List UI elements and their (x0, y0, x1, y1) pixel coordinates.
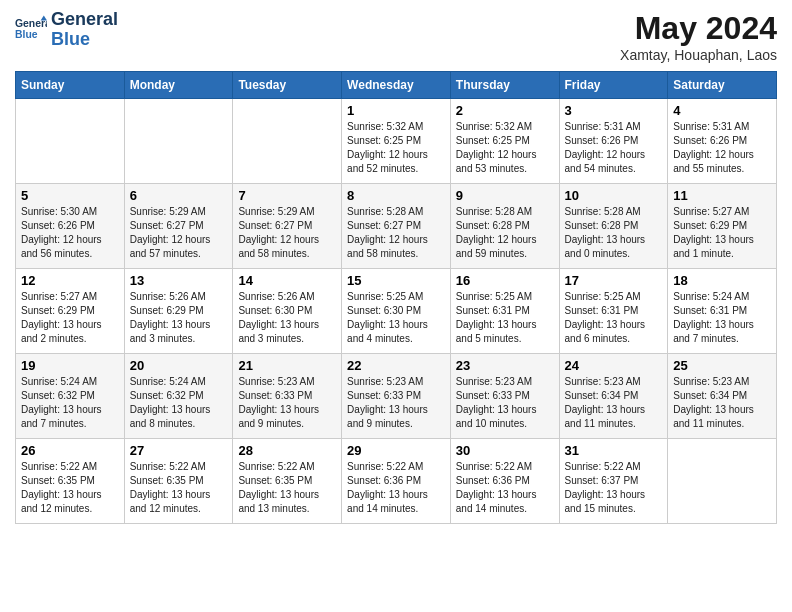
weekday-header-thursday: Thursday (450, 72, 559, 99)
day-info: Sunrise: 5:22 AM Sunset: 6:35 PM Dayligh… (238, 460, 336, 516)
calendar-cell: 16Sunrise: 5:25 AM Sunset: 6:31 PM Dayli… (450, 269, 559, 354)
day-number: 12 (21, 273, 119, 288)
calendar-week-3: 12Sunrise: 5:27 AM Sunset: 6:29 PM Dayli… (16, 269, 777, 354)
day-info: Sunrise: 5:23 AM Sunset: 6:33 PM Dayligh… (347, 375, 445, 431)
day-info: Sunrise: 5:23 AM Sunset: 6:34 PM Dayligh… (673, 375, 771, 431)
calendar-cell: 13Sunrise: 5:26 AM Sunset: 6:29 PM Dayli… (124, 269, 233, 354)
calendar-cell: 8Sunrise: 5:28 AM Sunset: 6:27 PM Daylig… (342, 184, 451, 269)
day-number: 16 (456, 273, 554, 288)
logo-line2: Blue (51, 30, 118, 50)
calendar-cell: 20Sunrise: 5:24 AM Sunset: 6:32 PM Dayli… (124, 354, 233, 439)
calendar-cell: 18Sunrise: 5:24 AM Sunset: 6:31 PM Dayli… (668, 269, 777, 354)
calendar-cell: 25Sunrise: 5:23 AM Sunset: 6:34 PM Dayli… (668, 354, 777, 439)
day-number: 31 (565, 443, 663, 458)
month-year-title: May 2024 (620, 10, 777, 47)
calendar-cell: 29Sunrise: 5:22 AM Sunset: 6:36 PM Dayli… (342, 439, 451, 524)
day-number: 13 (130, 273, 228, 288)
day-number: 18 (673, 273, 771, 288)
day-number: 29 (347, 443, 445, 458)
day-info: Sunrise: 5:22 AM Sunset: 6:35 PM Dayligh… (130, 460, 228, 516)
location-subtitle: Xamtay, Houaphan, Laos (620, 47, 777, 63)
calendar-cell: 1Sunrise: 5:32 AM Sunset: 6:25 PM Daylig… (342, 99, 451, 184)
weekday-header-saturday: Saturday (668, 72, 777, 99)
calendar-cell (668, 439, 777, 524)
calendar-cell: 4Sunrise: 5:31 AM Sunset: 6:26 PM Daylig… (668, 99, 777, 184)
day-number: 6 (130, 188, 228, 203)
day-number: 25 (673, 358, 771, 373)
calendar-cell: 22Sunrise: 5:23 AM Sunset: 6:33 PM Dayli… (342, 354, 451, 439)
day-number: 3 (565, 103, 663, 118)
weekday-header-tuesday: Tuesday (233, 72, 342, 99)
day-number: 5 (21, 188, 119, 203)
calendar-cell: 7Sunrise: 5:29 AM Sunset: 6:27 PM Daylig… (233, 184, 342, 269)
day-info: Sunrise: 5:31 AM Sunset: 6:26 PM Dayligh… (565, 120, 663, 176)
day-info: Sunrise: 5:28 AM Sunset: 6:28 PM Dayligh… (456, 205, 554, 261)
day-number: 1 (347, 103, 445, 118)
day-number: 14 (238, 273, 336, 288)
day-number: 7 (238, 188, 336, 203)
day-info: Sunrise: 5:27 AM Sunset: 6:29 PM Dayligh… (21, 290, 119, 346)
calendar-cell: 30Sunrise: 5:22 AM Sunset: 6:36 PM Dayli… (450, 439, 559, 524)
calendar-cell: 2Sunrise: 5:32 AM Sunset: 6:25 PM Daylig… (450, 99, 559, 184)
day-info: Sunrise: 5:28 AM Sunset: 6:27 PM Dayligh… (347, 205, 445, 261)
day-number: 21 (238, 358, 336, 373)
logo: General Blue General Blue (15, 10, 118, 50)
day-info: Sunrise: 5:23 AM Sunset: 6:33 PM Dayligh… (456, 375, 554, 431)
weekday-header-sunday: Sunday (16, 72, 125, 99)
day-number: 8 (347, 188, 445, 203)
day-info: Sunrise: 5:27 AM Sunset: 6:29 PM Dayligh… (673, 205, 771, 261)
day-number: 4 (673, 103, 771, 118)
day-number: 17 (565, 273, 663, 288)
calendar-cell: 28Sunrise: 5:22 AM Sunset: 6:35 PM Dayli… (233, 439, 342, 524)
calendar-cell: 21Sunrise: 5:23 AM Sunset: 6:33 PM Dayli… (233, 354, 342, 439)
day-info: Sunrise: 5:24 AM Sunset: 6:32 PM Dayligh… (21, 375, 119, 431)
day-info: Sunrise: 5:32 AM Sunset: 6:25 PM Dayligh… (347, 120, 445, 176)
day-info: Sunrise: 5:22 AM Sunset: 6:36 PM Dayligh… (456, 460, 554, 516)
calendar-week-4: 19Sunrise: 5:24 AM Sunset: 6:32 PM Dayli… (16, 354, 777, 439)
weekday-header-monday: Monday (124, 72, 233, 99)
day-info: Sunrise: 5:32 AM Sunset: 6:25 PM Dayligh… (456, 120, 554, 176)
weekday-header-friday: Friday (559, 72, 668, 99)
page-header: General Blue General Blue May 2024 Xamta… (15, 10, 777, 63)
calendar-cell: 6Sunrise: 5:29 AM Sunset: 6:27 PM Daylig… (124, 184, 233, 269)
calendar-cell: 17Sunrise: 5:25 AM Sunset: 6:31 PM Dayli… (559, 269, 668, 354)
calendar-cell: 14Sunrise: 5:26 AM Sunset: 6:30 PM Dayli… (233, 269, 342, 354)
calendar-cell: 27Sunrise: 5:22 AM Sunset: 6:35 PM Dayli… (124, 439, 233, 524)
weekday-header-wednesday: Wednesday (342, 72, 451, 99)
day-info: Sunrise: 5:26 AM Sunset: 6:30 PM Dayligh… (238, 290, 336, 346)
day-info: Sunrise: 5:29 AM Sunset: 6:27 PM Dayligh… (130, 205, 228, 261)
day-number: 19 (21, 358, 119, 373)
day-number: 23 (456, 358, 554, 373)
day-info: Sunrise: 5:22 AM Sunset: 6:35 PM Dayligh… (21, 460, 119, 516)
day-number: 28 (238, 443, 336, 458)
calendar-cell: 5Sunrise: 5:30 AM Sunset: 6:26 PM Daylig… (16, 184, 125, 269)
day-number: 27 (130, 443, 228, 458)
calendar-cell (16, 99, 125, 184)
day-info: Sunrise: 5:30 AM Sunset: 6:26 PM Dayligh… (21, 205, 119, 261)
calendar-cell: 31Sunrise: 5:22 AM Sunset: 6:37 PM Dayli… (559, 439, 668, 524)
day-info: Sunrise: 5:31 AM Sunset: 6:26 PM Dayligh… (673, 120, 771, 176)
calendar-week-1: 1Sunrise: 5:32 AM Sunset: 6:25 PM Daylig… (16, 99, 777, 184)
calendar-cell: 24Sunrise: 5:23 AM Sunset: 6:34 PM Dayli… (559, 354, 668, 439)
day-info: Sunrise: 5:28 AM Sunset: 6:28 PM Dayligh… (565, 205, 663, 261)
day-info: Sunrise: 5:24 AM Sunset: 6:31 PM Dayligh… (673, 290, 771, 346)
svg-text:Blue: Blue (15, 29, 38, 40)
weekday-header-row: SundayMondayTuesdayWednesdayThursdayFrid… (16, 72, 777, 99)
day-number: 9 (456, 188, 554, 203)
day-number: 26 (21, 443, 119, 458)
calendar-cell: 26Sunrise: 5:22 AM Sunset: 6:35 PM Dayli… (16, 439, 125, 524)
calendar-cell (233, 99, 342, 184)
logo-text: General Blue (51, 10, 118, 50)
day-info: Sunrise: 5:26 AM Sunset: 6:29 PM Dayligh… (130, 290, 228, 346)
day-info: Sunrise: 5:25 AM Sunset: 6:30 PM Dayligh… (347, 290, 445, 346)
calendar-cell (124, 99, 233, 184)
calendar-week-2: 5Sunrise: 5:30 AM Sunset: 6:26 PM Daylig… (16, 184, 777, 269)
day-number: 24 (565, 358, 663, 373)
calendar-cell: 9Sunrise: 5:28 AM Sunset: 6:28 PM Daylig… (450, 184, 559, 269)
calendar-cell: 15Sunrise: 5:25 AM Sunset: 6:30 PM Dayli… (342, 269, 451, 354)
title-block: May 2024 Xamtay, Houaphan, Laos (620, 10, 777, 63)
day-number: 30 (456, 443, 554, 458)
day-info: Sunrise: 5:22 AM Sunset: 6:37 PM Dayligh… (565, 460, 663, 516)
calendar-cell: 10Sunrise: 5:28 AM Sunset: 6:28 PM Dayli… (559, 184, 668, 269)
day-number: 11 (673, 188, 771, 203)
